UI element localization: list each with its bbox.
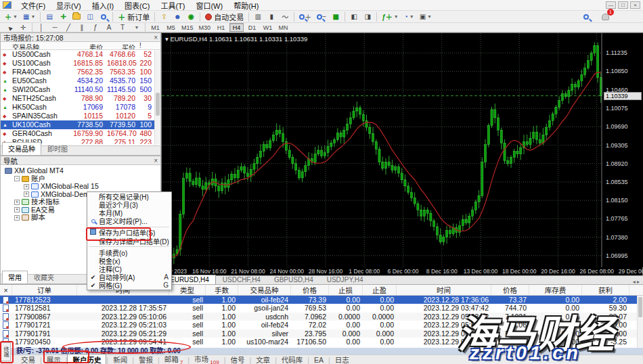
menu-item-W[interactable]: 窗口(W): [190, 1, 228, 11]
minimize-button[interactable]: —: [606, 1, 616, 9]
expand-icon[interactable]: +: [14, 200, 20, 205]
notifications-button[interactable]: 1: [599, 12, 611, 22]
data-window-toggle[interactable]: ✛: [57, 12, 69, 22]
market-watch-row[interactable]: ◆SPAIN35Cash10115101205: [1, 112, 160, 120]
market-watch-tab-即时图[interactable]: 即时图: [41, 142, 74, 155]
menu-item-F[interactable]: 文件(F): [16, 1, 51, 11]
terminal-tab-市场[interactable]: 市场 109: [190, 354, 224, 364]
chart-tab-USDJPYH4[interactable]: USDJPY,H4: [320, 275, 370, 285]
candlestick-button[interactable]: ▮: [265, 12, 278, 22]
history-column-header[interactable]: 手数: [206, 285, 238, 295]
shapes-tool[interactable]: ▼: [130, 22, 142, 33]
menu-item-H[interactable]: 帮助(H): [228, 1, 264, 11]
menu-item-I[interactable]: 插入(I): [87, 1, 119, 11]
expand-icon[interactable]: +: [14, 207, 20, 212]
mw-column-header[interactable]: 买价: [105, 42, 137, 49]
profiles-button[interactable]: ▦▼: [21, 12, 37, 22]
market-watch-toggle[interactable]: ▤: [43, 12, 56, 22]
expand-icon[interactable]: +: [24, 184, 29, 189]
vertical-line-tool[interactable]: │: [35, 22, 47, 33]
menu-item-T[interactable]: 工具(T): [155, 1, 190, 11]
line-chart-button[interactable]: 〜: [279, 12, 291, 22]
metaeditor-button[interactable]: ⇪: [158, 12, 170, 22]
trendline-tool[interactable]: ╱: [62, 22, 74, 33]
market-watch-row[interactable]: ◆GER40Cash16759.9016764.70480: [1, 129, 160, 138]
market-watch-close-icon[interactable]: ×: [154, 34, 158, 41]
history-column-header[interactable]: 类型: [169, 285, 206, 295]
timeframe-H1[interactable]: H1: [214, 23, 228, 32]
indicators-button[interactable]: ƒ＋▼: [380, 12, 401, 22]
market-watch-row[interactable]: ▲SWI20Cash11140.5011145.50500: [1, 85, 160, 94]
search-button[interactable]: [580, 12, 592, 22]
timeframe-MN[interactable]: MN: [276, 23, 290, 32]
timeframe-M15[interactable]: M15: [179, 23, 196, 32]
history-column-header[interactable]: 库存费: [529, 285, 582, 295]
history-column-header[interactable]: 止盈: [363, 285, 397, 295]
navigator-tab-常用[interactable]: 常用: [2, 271, 28, 283]
navigator-toggle[interactable]: [70, 12, 83, 22]
context-menu-item[interactable]: ✔网格(G)G: [87, 281, 171, 290]
label-tool[interactable]: T: [116, 22, 129, 33]
market-watch-row[interactable]: ◆NETH25Cash788.90789.2030: [1, 94, 160, 103]
menu-item-V[interactable]: 显示(V): [51, 1, 87, 11]
terminal-tab-展示[interactable]: 展示: [42, 355, 66, 364]
history-column-header[interactable]: 获利: [582, 285, 629, 295]
chart-tab-GBPUSDH4[interactable]: GBPUSD,H4: [267, 275, 320, 285]
terminal-tab-代码库[interactable]: 代码库: [277, 355, 308, 364]
new-order-button[interactable]: ＋新订单: [116, 12, 152, 22]
website-button[interactable]: ◉: [185, 12, 197, 22]
restore-button[interactable]: □: [618, 1, 628, 9]
market-watch-tab-交易品种[interactable]: 交易品种: [2, 142, 41, 155]
market-watch-row[interactable]: ▲HK50Cash17069170789: [1, 103, 160, 112]
timeframe-M1[interactable]: M1: [148, 23, 162, 32]
terminal-tab-账户历史[interactable]: 账户历史: [67, 354, 106, 364]
market-watch-row[interactable]: ▲EU50Cash4534.204535.70150: [1, 76, 160, 85]
history-column-header[interactable]: 订单: [12, 285, 77, 295]
terminal-tab-信号[interactable]: 信号: [225, 355, 249, 364]
market-watch-row[interactable]: ◆US100Cash16815.8516818.05220: [1, 59, 160, 68]
horizontal-line-tool[interactable]: ─: [49, 22, 61, 33]
close-button[interactable]: ×: [630, 1, 640, 9]
expand-icon[interactable]: +: [24, 191, 29, 197]
timeframe-W1[interactable]: W1: [261, 23, 275, 32]
arrange-v-button[interactable]: ◨: [361, 12, 374, 22]
context-menu-item[interactable]: 保存为详细户口结单(D): [87, 237, 171, 245]
terminal-tab-EA[interactable]: EA: [309, 356, 328, 364]
terminal-side-tab[interactable]: 终端: [1, 342, 11, 361]
community-button[interactable]: ☻: [171, 12, 183, 22]
navigator-tab-收藏夹[interactable]: 收藏夹: [28, 271, 60, 283]
nav-node[interactable]: XM Global MT4: [2, 167, 159, 175]
nav-node[interactable]: +XMGlobal-Real 15: [2, 183, 159, 191]
terminal-tab-日志[interactable]: 日志: [330, 355, 354, 364]
history-column-header[interactable]: 止损: [329, 285, 363, 295]
history-scrollbar[interactable]: [637, 296, 643, 348]
periods-button[interactable]: ◔▼: [402, 12, 416, 22]
arrange-h-button[interactable]: ◧: [348, 12, 360, 22]
terminal-tab-交易[interactable]: 交易: [16, 355, 40, 364]
market-watch-row[interactable]: ◆FRA40Cash7562.357563.35100: [1, 68, 160, 76]
mw-column-header[interactable]: 卖价: [68, 42, 105, 49]
autotrade-button[interactable]: 自动交易: [203, 12, 246, 22]
chart-tab-USDCHFH4[interactable]: USDCHF,H4: [216, 275, 267, 285]
terminal-tab-邮箱[interactable]: 邮箱 7: [160, 354, 188, 364]
crosshair-tool[interactable]: ✛: [17, 22, 29, 33]
history-close-icon[interactable]: ×: [0, 285, 12, 295]
timeframe-H4[interactable]: H4: [229, 23, 244, 32]
context-menu-item[interactable]: 自定义时段(P)...: [87, 217, 171, 225]
timeframe-D1[interactable]: D1: [245, 23, 259, 32]
tile-windows-button[interactable]: ▦: [330, 12, 342, 22]
market-watch-row[interactable]: ▲UK100Cash7738.507739.50100: [1, 120, 160, 129]
history-column-header[interactable]: 交易品种: [238, 285, 291, 295]
terminal-toggle[interactable]: ◫: [84, 12, 96, 22]
terminal-tab-新闻[interactable]: 新闻: [108, 355, 132, 364]
timeframe-M30[interactable]: M30: [197, 23, 213, 32]
menu-item-C[interactable]: 图表(C): [119, 1, 155, 11]
zoom-out-button[interactable]: −: [315, 12, 328, 22]
mw-column-header[interactable]: !: [137, 42, 154, 49]
mw-column-header[interactable]: 交易品种: [10, 42, 68, 49]
history-column-header[interactable]: 时间: [397, 285, 491, 295]
market-watch-row[interactable]: ◆US500Cash4768.144768.6652: [1, 50, 160, 59]
expand-icon[interactable]: +: [14, 215, 20, 221]
expand-icon[interactable]: −: [14, 176, 20, 181]
bar-chart-button[interactable]: ▥: [252, 12, 264, 22]
